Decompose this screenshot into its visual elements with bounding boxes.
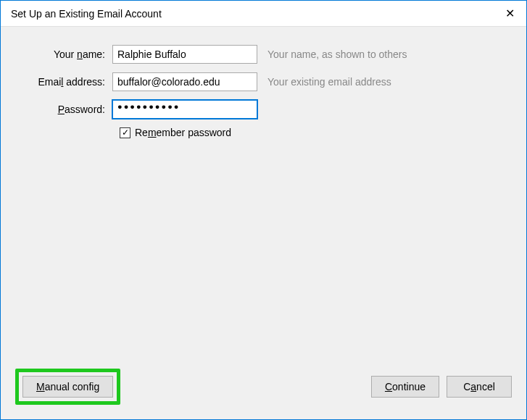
manual-config-highlight: Manual config [15, 369, 120, 405]
remember-checkbox[interactable]: ✓ [120, 127, 130, 138]
email-label: Email address: [18, 76, 112, 88]
titlebar: Set Up an Existing Email Account ✕ [1, 1, 526, 27]
row-password: Password: ●●●●●●●●●● [18, 99, 509, 119]
dialog-content: Your name: Your name, as shown to others… [1, 27, 526, 419]
remember-label[interactable]: Remember password [135, 127, 231, 138]
row-remember: ✓ Remember password [120, 127, 509, 138]
password-label: Password: [18, 104, 112, 115]
cancel-button[interactable]: Cancel [447, 376, 512, 398]
close-button[interactable]: ✕ [493, 1, 526, 27]
manual-config-button[interactable]: Manual config [22, 376, 113, 398]
email-hint: Your existing email address [267, 76, 391, 88]
email-input[interactable] [112, 72, 257, 91]
continue-button[interactable]: Continue [371, 376, 439, 398]
password-input[interactable]: ●●●●●●●●●● [112, 100, 257, 119]
button-bar: Manual config Continue Cancel [15, 369, 512, 405]
name-label: Your name: [18, 49, 112, 60]
name-input[interactable] [112, 45, 257, 64]
row-name: Your name: Your name, as shown to others [18, 44, 509, 64]
close-icon: ✕ [505, 7, 515, 20]
row-email: Email address: Your existing email addre… [18, 72, 509, 92]
checkmark-icon: ✓ [122, 128, 129, 137]
email-setup-dialog: Set Up an Existing Email Account ✕ Your … [0, 0, 527, 420]
window-title: Set Up an Existing Email Account [11, 8, 162, 20]
right-buttons: Continue Cancel [371, 376, 512, 398]
name-hint: Your name, as shown to others [267, 49, 407, 60]
